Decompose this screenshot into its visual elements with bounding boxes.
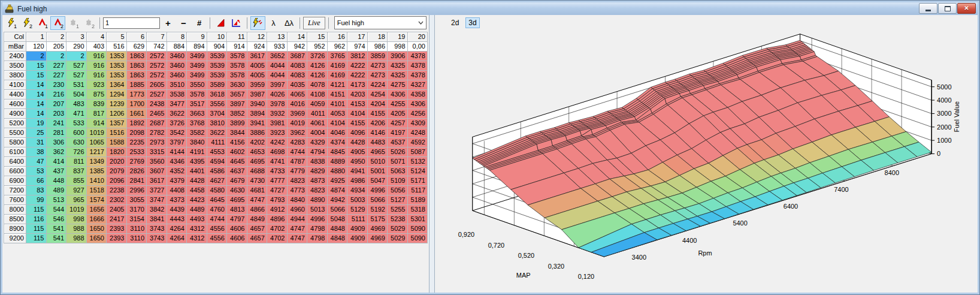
fuel-cell[interactable]: 2572: [147, 71, 167, 80]
fuel-cell[interactable]: 4925: [327, 176, 347, 186]
fuel-cell[interactable]: 916: [86, 71, 107, 80]
fuel-cell[interactable]: 5013: [307, 205, 328, 215]
fuel-cell[interactable]: 4873: [307, 176, 328, 186]
fuel-cell[interactable]: 1385: [86, 167, 107, 176]
fuel-cell[interactable]: 1885: [126, 80, 147, 90]
live-button[interactable]: Live: [303, 17, 325, 29]
fuel-cell[interactable]: 1353: [107, 61, 127, 71]
rpm-row-header[interactable]: 8900: [4, 224, 26, 234]
fuel-cell[interactable]: 3499: [187, 71, 207, 80]
fuel-cell[interactable]: 533: [66, 119, 87, 128]
fuel-cell[interactable]: 4026: [267, 90, 288, 100]
fuel-cell[interactable]: 4401: [187, 167, 207, 176]
fuel-cell[interactable]: 2405: [107, 205, 127, 215]
fuel-cell[interactable]: 4645: [207, 195, 227, 205]
mbar-cell[interactable]: 952: [307, 42, 328, 52]
fuel-cell[interactable]: 3499: [187, 52, 207, 61]
fuel-cell[interactable]: 5029: [388, 224, 408, 234]
fuel-cell[interactable]: 99: [26, 195, 47, 205]
mbar-cell[interactable]: 962: [327, 42, 347, 52]
fuel-cell[interactable]: 4996: [367, 186, 388, 195]
fuel-cell[interactable]: 4378: [407, 71, 428, 80]
mbar-cell[interactable]: 0,00: [407, 42, 428, 52]
col-header[interactable]: 13: [267, 32, 288, 42]
fuel-cell[interactable]: 3941: [247, 119, 267, 128]
mbar-cell[interactable]: 933: [267, 42, 288, 52]
fuel-cell[interactable]: 4744: [287, 148, 307, 157]
fuel-cell[interactable]: 5056: [388, 186, 408, 195]
fuel-cell[interactable]: 4224: [367, 80, 388, 90]
fuel-cell[interactable]: 3906: [388, 52, 408, 61]
col-header[interactable]: 12: [247, 32, 267, 42]
fuel-cell[interactable]: 4969: [367, 234, 388, 243]
fuel-cell[interactable]: 4059: [307, 100, 328, 109]
rpm-row-header[interactable]: 3800: [4, 71, 26, 80]
fuel-cell[interactable]: 2020: [107, 157, 127, 167]
fuel-cell[interactable]: 4866: [247, 205, 267, 215]
fuel-cell[interactable]: 5026: [388, 148, 408, 157]
fuel-cell[interactable]: 4153: [347, 100, 368, 109]
fuel-cell[interactable]: 837: [66, 167, 87, 176]
fuel-cell[interactable]: 3499: [187, 61, 207, 71]
fuel-cell[interactable]: 4637: [227, 167, 247, 176]
fuel-cell[interactable]: 541: [46, 224, 66, 234]
fuel-cell[interactable]: 362: [46, 148, 66, 157]
fuel-cell[interactable]: 1516: [107, 128, 127, 138]
fuel-cell[interactable]: 1650: [86, 234, 107, 243]
fuel-cell[interactable]: 4104: [347, 109, 368, 119]
fuel-cell[interactable]: 83: [26, 186, 47, 195]
fuel-cell[interactable]: 527: [66, 71, 87, 80]
fuel-cell[interactable]: 4823: [287, 176, 307, 186]
rpm-row-header[interactable]: 2400: [4, 52, 26, 61]
fuel-cell[interactable]: 4264: [167, 234, 187, 243]
fuel-cell[interactable]: 3726: [307, 52, 328, 61]
fuel-cell[interactable]: 4005: [247, 71, 267, 80]
fuel-cell[interactable]: 203: [46, 109, 66, 119]
fuel-cell[interactable]: 31: [26, 138, 47, 148]
fuel-cell[interactable]: 3460: [167, 61, 187, 71]
fuel-cell[interactable]: 4151: [327, 90, 347, 100]
fuel-cell[interactable]: 15: [26, 61, 47, 71]
fuel-cell[interactable]: 4905: [347, 148, 368, 157]
fuel-cell[interactable]: 4627: [207, 176, 227, 186]
fuel-cell[interactable]: 3578: [227, 61, 247, 71]
fuel-cell[interactable]: 3894: [247, 109, 267, 119]
fuel-cell[interactable]: 4222: [347, 61, 368, 71]
fuel-cell[interactable]: 3170: [126, 205, 147, 215]
fuel-cell[interactable]: 3652: [267, 52, 288, 61]
fuel-cell[interactable]: 3550: [187, 80, 207, 90]
fuel-cell[interactable]: 4896: [267, 215, 288, 224]
fuel-cell[interactable]: 5301: [407, 215, 428, 224]
fuel-cell[interactable]: 3617: [147, 176, 167, 186]
fuel-cell[interactable]: 216: [46, 90, 66, 100]
fuel-cell[interactable]: 53: [26, 167, 47, 176]
fuel-cell[interactable]: 4798: [307, 234, 328, 243]
fuel-cell[interactable]: 3726: [167, 119, 187, 128]
fuel-cell[interactable]: 4848: [327, 234, 347, 243]
fuel-cell[interactable]: 4779: [287, 167, 307, 176]
mbar-cell[interactable]: 884: [167, 42, 187, 52]
fuel-cell[interactable]: 4483: [367, 138, 388, 148]
fuel-cell[interactable]: 5001: [367, 167, 388, 176]
fuel-cell[interactable]: 5238: [388, 215, 408, 224]
fuel-cell[interactable]: 227: [46, 71, 66, 80]
fuel-cell[interactable]: 4428: [347, 138, 368, 148]
fuel-cell[interactable]: 4379: [167, 176, 187, 186]
ignition-map-2-button[interactable]: 2: [50, 16, 65, 30]
fuel-cell[interactable]: 4256: [407, 109, 428, 119]
fuel-cell[interactable]: 3630: [227, 80, 247, 90]
fuel-cell[interactable]: 4880: [327, 167, 347, 176]
mbar-cell[interactable]: 974: [347, 42, 368, 52]
fuel-cell[interactable]: 5111: [347, 215, 368, 224]
fuel-cell[interactable]: 4695: [227, 195, 247, 205]
step-input[interactable]: [103, 17, 160, 29]
close-button[interactable]: ✕: [957, 3, 976, 14]
fuel-cell[interactable]: 3743: [147, 234, 167, 243]
fuel-cell[interactable]: 531: [66, 80, 87, 90]
fuel-cell[interactable]: 3663: [187, 109, 207, 119]
fuel-cell[interactable]: 4849: [247, 215, 267, 224]
col-header[interactable]: 11: [227, 32, 247, 42]
mbar-cell[interactable]: 924: [247, 42, 267, 52]
fuel-cell[interactable]: 4702: [267, 224, 288, 234]
fuel-cell[interactable]: 4912: [267, 205, 288, 215]
